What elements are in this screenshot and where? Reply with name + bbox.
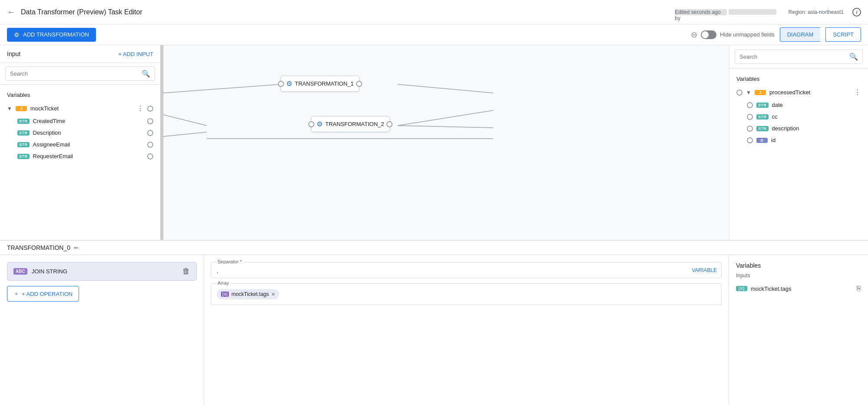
- more-menu-icon[interactable]: ⋮: [854, 88, 861, 96]
- type-badge-str: [S]: [736, 286, 747, 291]
- region-label: Region: asia-northeast1: [789, 9, 844, 15]
- add-transformation-button[interactable]: ⚙ ADD TRANSFORMATION: [7, 28, 96, 42]
- bottom-inputs-label: Inputs: [736, 272, 861, 279]
- more-menu-icon[interactable]: ⋮: [137, 104, 144, 113]
- expand-icon[interactable]: ▼: [746, 90, 751, 96]
- left-variables-section: Variables ▼ J mockTicket ⋮ STR CreatedTi…: [0, 85, 160, 166]
- var-row-id[interactable]: D id: [729, 134, 868, 146]
- toggle-switch[interactable]: [701, 30, 716, 39]
- node-gear-icon: ⚙: [317, 120, 323, 128]
- operation-card[interactable]: ABC JOIN STRING 🗑: [7, 262, 197, 281]
- var-row-description-out[interactable]: STR description: [729, 123, 868, 134]
- node-label: TRANSFORMATION_1: [295, 80, 354, 87]
- connector-dot[interactable]: [747, 126, 753, 132]
- separator-value[interactable]: ,: [217, 266, 716, 274]
- gear-icon: ⚙: [14, 31, 20, 38]
- var-row-processedticket[interactable]: ▼ J processedTicket ⋮: [729, 86, 868, 99]
- edit-icon[interactable]: ✏: [74, 245, 79, 251]
- connector-dot[interactable]: [147, 153, 153, 159]
- bottom-operations-panel: ABC JOIN STRING 🗑 ＋ + ADD OPERATION: [0, 255, 204, 405]
- type-badge-str: STR: [756, 114, 769, 120]
- tab-script[interactable]: SCRIPT: [825, 27, 861, 42]
- bottom-header: TRANSFORMATION_0 ✏: [0, 241, 868, 255]
- search-icon: 🔍: [142, 70, 150, 78]
- chip-badge: [S]: [221, 292, 229, 297]
- array-tags: [S] mockTicket.tags ×: [217, 287, 716, 299]
- var-row-requesteremail[interactable]: STR RequesterEmail: [0, 150, 160, 162]
- bottom-fields-panel: Separator * , VARIABLE Array [S] mockTic…: [204, 255, 729, 405]
- type-badge-d: D: [756, 138, 768, 143]
- variables-label: Variables: [0, 88, 160, 102]
- var-name: mockTicket.tags: [751, 285, 853, 292]
- type-badge-str: STR: [756, 103, 769, 108]
- field-name: description: [772, 125, 861, 132]
- type-badge-j: J: [755, 90, 766, 95]
- connector-dot[interactable]: [147, 142, 153, 148]
- left-search-wrap[interactable]: 🔍: [5, 66, 155, 81]
- var-row-description[interactable]: STR Description: [0, 127, 160, 139]
- right-variables-label: Variables: [729, 72, 868, 86]
- tab-diagram[interactable]: DIAGRAM: [780, 27, 821, 42]
- node-input-dot[interactable]: [278, 81, 284, 87]
- var-row-mockticket[interactable]: ▼ J mockTicket ⋮: [0, 102, 160, 115]
- expand-icon[interactable]: ▼: [7, 106, 12, 112]
- svg-line-2: [163, 132, 207, 136]
- type-badge-str: STR: [756, 126, 769, 131]
- var-row-date[interactable]: STR date: [729, 99, 868, 111]
- field-name: RequesterEmail: [33, 153, 144, 159]
- array-label: Array: [216, 280, 231, 285]
- node-input-dot[interactable]: [308, 121, 314, 127]
- header: ← Data Transformer (Preview) Task Editor…: [0, 0, 868, 24]
- transformation-2-node[interactable]: ⚙ TRANSFORMATION_2: [311, 116, 390, 132]
- info-button[interactable]: i: [852, 8, 861, 17]
- transformation-1-node[interactable]: ⚙ TRANSFORMATION_1: [281, 76, 360, 92]
- separator-field[interactable]: Separator * , VARIABLE: [211, 262, 722, 278]
- svg-line-5: [398, 126, 493, 128]
- chip-close-icon[interactable]: ×: [271, 291, 275, 298]
- node-gear-icon: ⚙: [286, 80, 292, 88]
- type-badge-str: STR: [17, 119, 30, 124]
- var-row-assigneeemail[interactable]: STR AssigneeEmail: [0, 139, 160, 150]
- hide-unmapped-toggle[interactable]: ⊖ Hide unmapped fields: [691, 30, 775, 40]
- right-variables-section: Variables ▼ J processedTicket ⋮ STR date…: [729, 69, 868, 149]
- left-search-input[interactable]: [10, 70, 142, 77]
- bottom-vars-title: Variables: [736, 262, 861, 269]
- connector-dot[interactable]: [747, 102, 753, 108]
- right-search-input[interactable]: [739, 53, 849, 60]
- bottom-var-item: [S] mockTicket.tags ⎘: [736, 282, 861, 295]
- add-operation-button[interactable]: ＋ + ADD OPERATION: [7, 286, 79, 302]
- copy-icon[interactable]: ⎘: [857, 285, 861, 292]
- variable-action[interactable]: VARIABLE: [692, 267, 717, 273]
- minus-icon: ⊖: [691, 30, 697, 40]
- separator-label: Separator *: [216, 259, 244, 264]
- var-row-createdtime[interactable]: STR CreatedTime: [0, 115, 160, 127]
- connector-dot[interactable]: [747, 114, 753, 120]
- svg-line-1: [163, 115, 207, 126]
- bottom-section: TRANSFORMATION_0 ✏ ABC JOIN STRING 🗑 ＋ +…: [0, 240, 868, 405]
- right-search-wrap[interactable]: 🔍: [735, 50, 863, 64]
- add-input-button[interactable]: + ADD INPUT: [118, 51, 153, 57]
- connector-dot[interactable]: [747, 137, 753, 143]
- array-field[interactable]: Array [S] mockTicket.tags ×: [211, 283, 722, 305]
- type-badge-str: STR: [17, 154, 30, 159]
- connector-dot[interactable]: [147, 106, 153, 112]
- field-name: id: [771, 137, 861, 143]
- svg-line-3: [398, 84, 493, 93]
- node-output-dot[interactable]: [386, 121, 393, 127]
- bottom-variables-panel: Variables Inputs [S] mockTicket.tags ⎘: [729, 255, 868, 405]
- op-badge: ABC: [13, 268, 27, 275]
- connector-dot[interactable]: [147, 118, 153, 124]
- delete-operation-icon[interactable]: 🗑: [182, 267, 190, 276]
- field-name: Description: [33, 129, 144, 136]
- connector-dot[interactable]: [147, 130, 153, 136]
- back-button[interactable]: ←: [7, 7, 16, 17]
- var-name: processedTicket: [769, 89, 851, 96]
- tag-chip[interactable]: [S] mockTicket.tags ×: [217, 289, 279, 299]
- bottom-body: ABC JOIN STRING 🗑 ＋ + ADD OPERATION Sepa…: [0, 255, 868, 405]
- type-badge-str: STR: [17, 142, 30, 147]
- connector-dot[interactable]: [736, 90, 743, 96]
- input-panel-title: Input: [7, 50, 118, 57]
- node-output-dot[interactable]: [356, 81, 362, 87]
- var-row-cc[interactable]: STR cc: [729, 111, 868, 123]
- page-title: Data Transformer (Preview) Task Editor: [21, 8, 670, 16]
